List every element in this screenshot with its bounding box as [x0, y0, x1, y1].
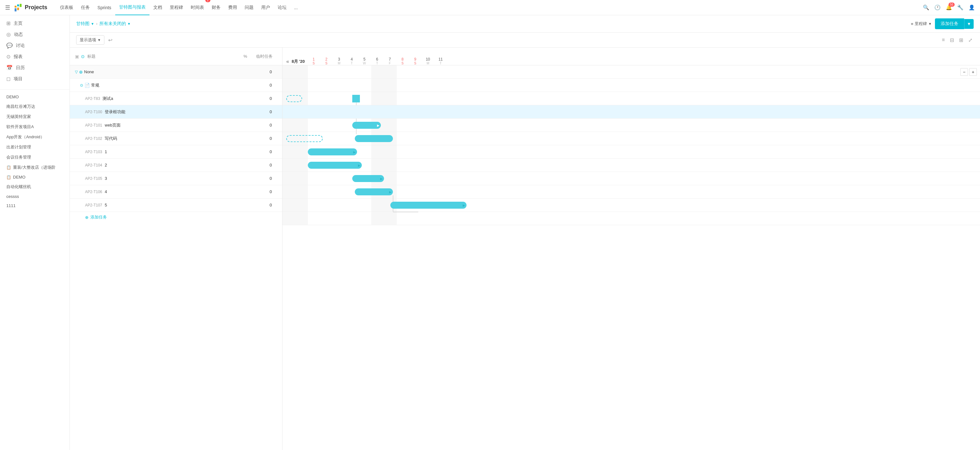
- gantt-bar-t103: ▶: [308, 148, 357, 155]
- milestone-button[interactable]: ≡ 里程碑 ▼: [911, 21, 931, 27]
- gantt-dropdown-icon[interactable]: ▼: [91, 22, 94, 26]
- nav-tasks[interactable]: 任务: [77, 0, 94, 15]
- table-icon[interactable]: ⊞: [958, 36, 964, 44]
- chart-days: 1S2S3M4T5W6T7F8S9S10M11T: [307, 57, 447, 65]
- day-label-4: T: [351, 62, 353, 65]
- search-icon[interactable]: 🔍: [923, 5, 929, 11]
- undo-button[interactable]: ↩: [107, 36, 114, 44]
- zoom-minus-button[interactable]: −: [960, 68, 968, 76]
- chart-day-4: 4T: [345, 57, 358, 65]
- projects-icon: ◻: [6, 76, 11, 82]
- sidebar-project-screw[interactable]: 自动化螺丝机: [0, 182, 70, 192]
- menu-icon[interactable]: ☰: [5, 4, 10, 11]
- gantt-bar-t102-dashed: [286, 135, 323, 142]
- sidebar-nav: ⊞ 主页 ◎ 动态 💬 讨论 ⊙ 报表 📅 日历 ◻ 项目: [0, 15, 70, 87]
- task-id-t102: AP2-T102: [85, 136, 102, 141]
- expand-none-icon[interactable]: ▽: [75, 70, 78, 74]
- chart-day-3: 3M: [332, 57, 345, 65]
- notification-badge: 56: [948, 3, 955, 7]
- nav-sprints[interactable]: Sprints: [94, 0, 115, 15]
- task-id-t106: AP2-T106: [85, 190, 102, 194]
- add-task-dropdown-button[interactable]: ▼: [964, 19, 974, 29]
- chart-header: « 8月 '20 1S2S3M4T5W6T7F8S9S10M11T: [282, 48, 980, 65]
- col-expand-icon[interactable]: ⊙: [81, 54, 85, 59]
- sidebar-item-reports[interactable]: ⊙ 报表: [0, 51, 70, 62]
- clock-icon[interactable]: 🕐: [934, 5, 941, 11]
- sidebar-item-projects[interactable]: ◻ 项目: [0, 73, 70, 84]
- sidebar-project-wuxi[interactable]: 无锡英特宜家: [0, 112, 70, 122]
- main-layout: ⊞ 主页 ◎ 动态 💬 讨论 ⊙ 报表 📅 日历 ◻ 项目: [0, 15, 980, 450]
- task-name-t106: 4: [105, 189, 264, 194]
- sidebar-project-demo2[interactable]: 📋 DEMO: [0, 173, 70, 182]
- display-options-label: 显示选项: [80, 37, 96, 43]
- nav-gantt[interactable]: 甘特图与报表: [115, 0, 150, 15]
- add-task-label: 添加任务: [91, 214, 107, 220]
- task-none-pct: 0: [264, 70, 277, 74]
- day-num-1: 1: [313, 57, 315, 62]
- nav-finance[interactable]: 财务: [208, 0, 224, 15]
- sidebar-project-cessss[interactable]: cessss: [0, 192, 70, 201]
- chart-day-10: 10M: [422, 57, 434, 65]
- task-name-t101: web页面: [105, 122, 264, 128]
- task-pct-t101: 0: [264, 123, 277, 127]
- nav-issues[interactable]: 问题: [241, 0, 258, 15]
- task-row-t106: AP2-T106 4 0: [70, 185, 282, 198]
- gantt-milestone-t83: [352, 95, 360, 103]
- col-tmp: 临时任务: [252, 54, 277, 59]
- add-task-row[interactable]: ⊕ 添加任务: [70, 212, 282, 223]
- sidebar-project-android[interactable]: App开发（Android）: [0, 132, 70, 142]
- activity-icon: ◎: [6, 32, 11, 37]
- chart-body: ▶ ▶: [282, 65, 980, 225]
- sidebar-project-demo[interactable]: DEMO: [0, 92, 70, 101]
- breadcrumb-gantt[interactable]: 甘特图 ▼: [76, 21, 94, 27]
- app-logo: Projects: [14, 3, 47, 12]
- sidebar-item-activity[interactable]: ◎ 动态: [0, 29, 70, 40]
- day-num-10: 10: [426, 57, 430, 62]
- sidebar-projects-label: 项目: [14, 76, 22, 82]
- gantt-bar-t102-solid: [355, 135, 393, 142]
- chart-day-2: 2S: [320, 57, 332, 65]
- sidebar: ⊞ 主页 ◎ 动态 💬 讨论 ⊙ 报表 📅 日历 ◻ 项目: [0, 15, 70, 450]
- bell-icon[interactable]: 🔔 56: [946, 5, 952, 11]
- home-icon: ⊞: [6, 20, 11, 26]
- filter-dropdown-icon[interactable]: ▼: [127, 22, 131, 26]
- expand-icon[interactable]: ⤢: [967, 36, 974, 44]
- sidebar-item-calendar[interactable]: 📅 日历: [0, 62, 70, 73]
- nav-users[interactable]: 用户: [258, 0, 274, 15]
- align-left-icon[interactable]: ≡: [941, 36, 946, 44]
- nav-docs[interactable]: 文档: [150, 0, 166, 15]
- task-name-t100: 登录框功能: [105, 109, 264, 115]
- task-pct-t106: 0: [264, 189, 277, 194]
- expand-regular-icon[interactable]: ⊙: [80, 83, 83, 87]
- nav-dashboard[interactable]: 仪表板: [56, 0, 77, 15]
- sidebar-project-travel[interactable]: 出差计划管理: [0, 142, 70, 152]
- nav-milestone[interactable]: 里程碑: [166, 0, 187, 15]
- chart-prev-button[interactable]: «: [285, 58, 290, 65]
- sidebar-item-discuss[interactable]: 💬 讨论: [0, 40, 70, 51]
- avatar-icon[interactable]: 👤: [969, 5, 975, 11]
- reports-icon: ⊙: [6, 54, 11, 60]
- sidebar-project-meeting[interactable]: 会议任务管理: [0, 152, 70, 162]
- col-title: 标题: [87, 54, 239, 59]
- nav-expense[interactable]: 费用: [224, 0, 241, 15]
- zoom-plus-button[interactable]: +: [969, 68, 977, 76]
- nav-more[interactable]: ...: [290, 0, 302, 15]
- breadcrumb-filter[interactable]: 所有未关闭的 ▼: [99, 21, 131, 27]
- nav-forum[interactable]: 论坛: [274, 0, 290, 15]
- add-task-button[interactable]: 添加任务: [935, 18, 964, 29]
- sidebar-project-renovation[interactable]: 📋 重装/大整改店（进场阶: [0, 162, 70, 173]
- sidebar-project-software[interactable]: 软件开发项目A: [0, 122, 70, 132]
- task-name-t83: 测试a: [102, 96, 264, 101]
- sidebar-item-home[interactable]: ⊞ 主页: [0, 18, 70, 29]
- nav-timeline[interactable]: 时间表 1: [187, 0, 208, 15]
- tools-icon[interactable]: 🔧: [957, 5, 964, 11]
- sidebar-project-nanchang[interactable]: 南昌红谷滩万达: [0, 101, 70, 112]
- task-pct-t105: 0: [264, 176, 277, 181]
- task-id-t104: AP2-T104: [85, 163, 102, 168]
- col-select-icon[interactable]: ▣: [75, 54, 79, 59]
- task-pct-t104: 0: [264, 163, 277, 168]
- gantt-area: ▣ ⊙ 标题 % 临时任务 ▽ ⊕ None 0: [70, 48, 980, 450]
- sidebar-project-1111[interactable]: 1111: [0, 201, 70, 210]
- align-right-icon[interactable]: ⊟: [948, 36, 955, 44]
- display-options-button[interactable]: 显示选项 ▼: [76, 35, 104, 45]
